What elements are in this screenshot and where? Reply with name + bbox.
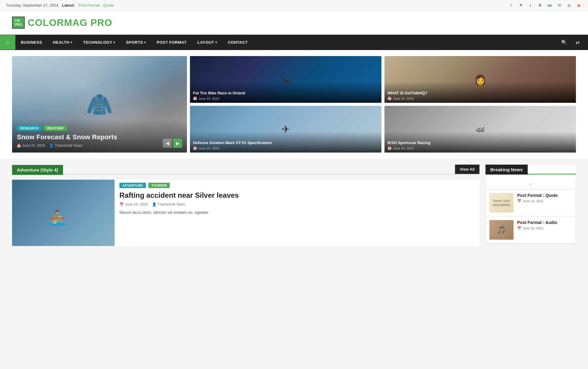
scroll-up-button[interactable]: ↑: [486, 179, 576, 189]
adventure-card-meta: 📅 June 24, 2015 👤 ThemeGrill Team: [119, 202, 479, 207]
nav-item-health[interactable]: HEALTH ▾: [47, 35, 77, 49]
news-title-quote: Post Format : Quote: [517, 193, 572, 198]
calendar-icon: 📅: [193, 96, 197, 100]
tag-weather[interactable]: WEATHER: [44, 125, 67, 131]
email-icon[interactable]: ✉: [556, 2, 563, 8]
header: CM PRO COLORMAG PRO: [0, 11, 588, 35]
person-icon: 👤: [49, 144, 54, 148]
nav-items: BUSINESS HEALTH ▾ TECHNOLOGY ▾ SPORTS ▾ …: [15, 35, 559, 49]
hero-tags: RESEARCH WEATHER: [17, 125, 182, 131]
chevron-down-icon: ▾: [144, 41, 146, 44]
side-card-race[interactable]: 🏎 IESO Sportscar Racing 📅 June 24, 2015: [384, 106, 576, 153]
nav-item-post-format[interactable]: POST FORMAT: [151, 35, 192, 49]
side-card-jet-overlay: Defense Aviation Mark ST-51 Specificatio…: [190, 131, 381, 153]
tag-research[interactable]: RESEARCH: [17, 125, 42, 131]
side-card-moto-date: 📅 June 24, 2015: [193, 96, 378, 100]
adventure-tags: ADVENTURE TOURISM: [119, 183, 479, 188]
raft-shape: [12, 180, 115, 246]
nav-item-technology[interactable]: TECHNOLOGY ▾: [78, 35, 121, 49]
facebook-icon[interactable]: f: [508, 2, 514, 8]
nav-item-business[interactable]: BUSINESS: [15, 35, 47, 49]
content-left: Adventure (Style 4) View All ADVENTURE T…: [12, 165, 479, 246]
hero-overlay: RESEARCH WEATHER Snow Forecast & Snow Re…: [12, 119, 187, 153]
next-arrow-button[interactable]: ▶: [173, 139, 182, 148]
twitter-x-icon[interactable]: ✕: [517, 2, 524, 8]
side-card-race-title: IESO Sportscar Racing: [387, 140, 573, 145]
calendar-icon: 📅: [517, 226, 521, 230]
adventure-card[interactable]: ADVENTURE TOURISM Rafting accident near …: [12, 180, 479, 246]
adventure-author: 👤 ThemeGrill Team: [152, 202, 185, 207]
calendar-icon: 📅: [387, 96, 392, 100]
chevron-down-icon: ▾: [71, 41, 72, 44]
top-bar-left: Tuesday, September 17, 2024 Latest: Post…: [6, 3, 114, 8]
hero-main-card[interactable]: 🧥 RESEARCH WEATHER Snow Forecast & Snow …: [12, 56, 187, 153]
top-bar-date: Tuesday, September 17, 2024: [6, 3, 58, 8]
calendar-icon: 📅: [119, 202, 124, 207]
hero-side-row-2: ✈ Defense Aviation Mark ST-51 Specificat…: [190, 106, 576, 153]
nav-home-button[interactable]: ⌂: [0, 35, 15, 50]
nav-item-contact[interactable]: CONTACT: [223, 35, 253, 49]
tumblr-icon[interactable]: t: [527, 2, 534, 8]
news-item-audio[interactable]: 🎵 Post Format : Audio 📅 June 10, 2021: [486, 216, 576, 244]
logo[interactable]: CM PRO COLORMAG PRO: [12, 17, 112, 29]
news-item-quote[interactable]: Never StopDREAMING Post Format : Quote 📅…: [486, 189, 576, 216]
hero-meta: 📅 June 24, 2015 👤 ThemeGrill Team: [17, 144, 182, 148]
side-card-race-overlay: IESO Sportscar Racing 📅 June 24, 2015: [384, 131, 576, 153]
news-content-quote: Post Format : Quote 📅 June 10, 2021: [517, 193, 572, 203]
breaking-news-title: Breaking News: [485, 165, 528, 175]
tag-tourism[interactable]: TOURISM: [148, 183, 170, 188]
side-card-jet[interactable]: ✈ Defense Aviation Mark ST-51 Specificat…: [190, 106, 381, 153]
top-bar-right: f ✕ t X вк ✉ ◎ ◉: [508, 2, 582, 8]
location-icon[interactable]: ◎: [566, 2, 572, 8]
view-all-button[interactable]: View All: [455, 165, 479, 174]
side-card-girl-title: WHAT IS GirlTalkHQ?: [387, 91, 573, 95]
audio-thumb-content: 🎵: [489, 220, 514, 240]
xing-icon[interactable]: X: [537, 2, 543, 8]
adventure-section-header: Adventure (Style 4) View All: [12, 165, 479, 175]
top-bar: Tuesday, September 17, 2024 Latest: Post…: [0, 0, 588, 11]
news-title-audio: Post Format : Audio: [517, 220, 572, 225]
person-icon: 👤: [152, 202, 156, 207]
side-card-moto[interactable]: 🏍 Fat Tire Bike Race in Orland 📅 June 24…: [190, 56, 381, 103]
rss-icon[interactable]: ◉: [575, 2, 582, 8]
calendar-icon: 📅: [17, 144, 21, 147]
calendar-icon: 📅: [193, 146, 197, 150]
side-card-moto-title: Fat Tire Bike Race in Orland: [193, 91, 378, 95]
news-date-quote: 📅 June 10, 2021: [517, 199, 572, 203]
adventure-card-description: Mauris lacus dolor, ultricies vel sodale…: [119, 210, 479, 216]
breaking-news-header: Breaking News: [485, 165, 576, 175]
latest-label: Latest:: [62, 3, 75, 8]
hero-arrows: ◀ ▶: [163, 139, 182, 148]
navigation: ⌂ BUSINESS HEALTH ▾ TECHNOLOGY ▾ SPORTS …: [0, 35, 588, 50]
nav-item-sports[interactable]: SPORTS ▾: [121, 35, 151, 49]
news-thumb-quote: Never StopDREAMING: [489, 193, 514, 213]
adventure-card-content: ADVENTURE TOURISM Rafting accident near …: [119, 180, 479, 246]
adventure-date: 📅 June 24, 2015: [119, 202, 148, 207]
tag-adventure[interactable]: ADVENTURE: [119, 183, 146, 188]
adventure-card-title: Rafting accident near Silver leaves: [119, 191, 479, 200]
vk-icon[interactable]: вк: [546, 2, 553, 8]
side-card-girl-overlay: WHAT IS GirlTalkHQ? 📅 June 24, 2015: [384, 82, 576, 103]
prev-arrow-button[interactable]: ◀: [163, 139, 172, 148]
breaking-news-scroll: ↑ Never StopDREAMING Post Format : Quote…: [485, 179, 576, 244]
side-card-girl[interactable]: 👩 WHAT IS GirlTalkHQ? 📅 June 24, 2015: [384, 56, 576, 103]
side-card-moto-overlay: Fat Tire Bike Race in Orland 📅 June 24, …: [190, 82, 381, 103]
calendar-icon: 📅: [517, 199, 521, 203]
nav-item-layout[interactable]: LAYOUT ▾: [192, 35, 223, 49]
news-thumb-audio: 🎵: [489, 220, 514, 240]
hero-side-grid: 🏍 Fat Tire Bike Race in Orland 📅 June 24…: [190, 56, 576, 153]
search-icon[interactable]: 🔍: [559, 35, 570, 50]
calendar-icon: 📅: [387, 146, 392, 150]
hero-section: 🧥 RESEARCH WEATHER Snow Forecast & Snow …: [0, 50, 588, 159]
latest-link[interactable]: Post Format : Quote: [78, 3, 114, 8]
content-right: Breaking News ↑ Never StopDREAMING Post …: [485, 165, 576, 246]
logo-box: CM PRO: [12, 17, 25, 29]
side-card-girl-date: 📅 June 24, 2015: [387, 96, 573, 100]
news-date-audio: 📅 June 10, 2021: [517, 226, 572, 230]
quote-thumb-content: Never StopDREAMING: [489, 193, 514, 213]
adventure-section-title: Adventure (Style 4): [12, 165, 63, 175]
shuffle-icon[interactable]: ⇄: [573, 35, 582, 50]
hero-side-row-1: 🏍 Fat Tire Bike Race in Orland 📅 June 24…: [190, 56, 576, 103]
side-card-jet-date: 📅 June 24, 2015: [193, 146, 378, 150]
hero-title: Snow Forecast & Snow Reports: [17, 133, 182, 141]
